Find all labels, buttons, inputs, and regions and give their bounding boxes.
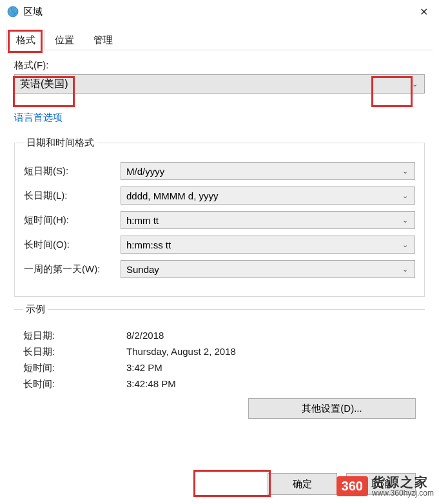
- watermark-badge: 360: [337, 476, 368, 496]
- window-title: 区域: [23, 6, 43, 18]
- title-bar: 区域 ✕: [0, 0, 439, 23]
- chevron-down-icon: ⌄: [402, 265, 408, 274]
- watermark-line1: 货源之家: [372, 475, 434, 489]
- long-date-value: dddd, MMMM d, yyyy: [126, 190, 219, 201]
- globe-icon: [6, 5, 19, 18]
- long-time-value: h:mm:ss tt: [126, 239, 171, 250]
- chevron-down-icon: ⌄: [402, 241, 408, 249]
- example-long-time-label: 长时间:: [23, 378, 126, 390]
- close-icon: ✕: [420, 6, 428, 18]
- tab-format[interactable]: 格式: [6, 30, 45, 50]
- first-day-dropdown[interactable]: Sunday ⌄: [121, 260, 415, 278]
- long-time-label: 长时间(O):: [24, 239, 121, 251]
- long-time-row: 长时间(O): h:mm:ss tt ⌄: [24, 236, 415, 254]
- format-label: 格式(F):: [14, 59, 425, 72]
- long-date-label: 长日期(L):: [24, 190, 121, 202]
- example-legend: 示例: [23, 303, 48, 316]
- short-date-row: 短日期(S): M/d/yyyy ⌄: [24, 162, 415, 180]
- first-day-label: 一周的第一天(W):: [24, 263, 121, 276]
- example-long-time: 长时间: 3:42:48 PM: [23, 378, 416, 390]
- watermark: 360 货源之家 www.360hyzj.com: [337, 475, 434, 498]
- short-time-dropdown[interactable]: h:mm tt ⌄: [121, 211, 415, 229]
- example-short-time: 短时间: 3:42 PM: [23, 362, 416, 374]
- long-date-row: 长日期(L): dddd, MMMM d, yyyy ⌄: [24, 186, 415, 205]
- example-long-date-label: 长日期:: [23, 346, 126, 358]
- format-dropdown[interactable]: 英语(美国) ⌄: [14, 74, 425, 94]
- short-time-value: h:mm tt: [126, 215, 159, 226]
- long-date-dropdown[interactable]: dddd, MMMM d, yyyy ⌄: [121, 186, 415, 205]
- watermark-text: 货源之家 www.360hyzj.com: [372, 475, 434, 498]
- short-time-label: 短时间(H):: [24, 214, 121, 227]
- example-long-date-value: Thursday, August 2, 2018: [126, 346, 236, 358]
- tab-admin[interactable]: 管理: [84, 30, 122, 50]
- dialog-content: 格式 位置 管理 格式(F): 英语(美国) ⌄ 语言首选项 日期和时间格式 短…: [0, 23, 439, 443]
- example-long-time-value: 3:42:48 PM: [126, 378, 176, 390]
- example-long-date: 长日期: Thursday, August 2, 2018: [23, 346, 416, 358]
- long-time-dropdown[interactable]: h:mm:ss tt ⌄: [121, 236, 415, 254]
- chevron-down-icon: ⌄: [402, 167, 408, 176]
- example-short-time-value: 3:42 PM: [126, 362, 162, 374]
- example-group: 示例 短日期: 8/2/2018 长日期: Thursday, August 2…: [14, 303, 425, 430]
- additional-settings-button[interactable]: 其他设置(D)...: [248, 398, 416, 419]
- chevron-down-icon: ⌄: [402, 216, 408, 225]
- language-preferences-link[interactable]: 语言首选项: [14, 112, 63, 124]
- chevron-down-icon: ⌄: [412, 80, 418, 88]
- watermark-line2: www.360hyzj.com: [372, 489, 434, 498]
- short-time-row: 短时间(H): h:mm tt ⌄: [24, 211, 415, 229]
- datetime-group-legend: 日期和时间格式: [24, 137, 97, 149]
- additional-settings-row: 其他设置(D)...: [23, 398, 416, 419]
- example-short-time-label: 短时间:: [23, 362, 126, 374]
- close-button[interactable]: ✕: [408, 0, 439, 23]
- first-day-value: Sunday: [126, 264, 159, 275]
- format-dropdown-value: 英语(美国): [20, 77, 68, 91]
- highlight-ok-button: [193, 470, 271, 497]
- chevron-down-icon: ⌄: [402, 192, 408, 200]
- short-date-value: M/d/yyyy: [126, 166, 164, 177]
- ok-button[interactable]: 确定: [268, 473, 337, 495]
- example-short-date: 短日期: 8/2/2018: [23, 330, 416, 342]
- format-section: 格式(F): 英语(美国) ⌄: [14, 59, 425, 94]
- tab-location[interactable]: 位置: [45, 30, 84, 50]
- short-date-dropdown[interactable]: M/d/yyyy ⌄: [121, 162, 415, 180]
- first-day-row: 一周的第一天(W): Sunday ⌄: [24, 260, 415, 278]
- tab-strip: 格式 位置 管理: [6, 30, 433, 50]
- datetime-format-group: 日期和时间格式 短日期(S): M/d/yyyy ⌄ 长日期(L): dddd,…: [14, 137, 425, 297]
- example-short-date-label: 短日期:: [23, 330, 126, 342]
- example-short-date-value: 8/2/2018: [126, 330, 164, 342]
- short-date-label: 短日期(S):: [24, 165, 121, 177]
